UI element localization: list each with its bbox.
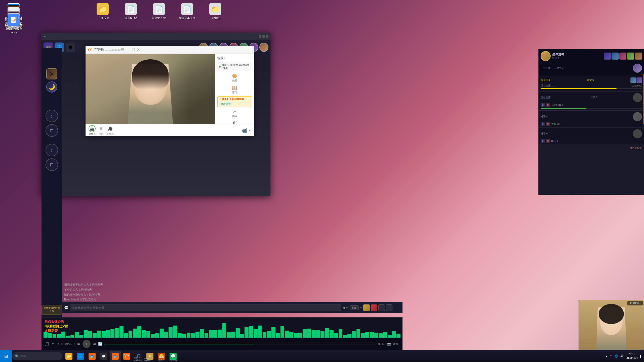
tool-effects[interactable]: ✂ 特效: [217, 108, 252, 119]
chat-more-icon: —: [393, 306, 396, 309]
yy-close-icon[interactable]: ✕: [137, 47, 140, 52]
yy-restore-icon[interactable]: □: [132, 48, 135, 52]
waveform: [42, 323, 403, 338]
taskbar-hurt[interactable]: 🎵 Hurt - NewJeans: [133, 351, 144, 362]
yy-minimize-icon[interactable]: —: [126, 48, 130, 52]
waveform-bar: [110, 329, 114, 338]
camera-source-item[interactable]: 摄像头-HD Pro Webcam C920: [217, 62, 252, 71]
score-section-3: 对手 4 蓝 红 大花 赛: [539, 111, 644, 128]
folder-icon-xinJian[interactable]: 📄 新建文本文件: [177, 2, 197, 21]
media-icon-3[interactable]: ⏱: [57, 343, 59, 345]
chat-emote-4[interactable]: [386, 304, 392, 311]
folder-icon-jialiNv[interactable]: 📄 家里女人.txt: [149, 2, 169, 21]
waveform-bar: [374, 333, 378, 338]
taskbar-yy[interactable]: YY: [121, 351, 132, 362]
taskbar-obs[interactable]: ⏺: [98, 351, 109, 362]
folder-icon-yanYuan[interactable]: 📄 演员NT.txt: [121, 2, 141, 21]
scene-add-btn[interactable]: +: [250, 56, 252, 60]
waveform-bar: [106, 330, 110, 338]
cpu-row: CPU 37%: [539, 145, 644, 151]
yy-version: 2.10.0.3032: [106, 48, 120, 51]
champ-badge-2[interactable]: 🌙: [46, 81, 57, 93]
taskbar-douyu1[interactable]: 🐟: [87, 351, 98, 362]
taskbar-search[interactable]: 🔍 搜索: [12, 352, 62, 360]
taskbar-lol[interactable]: ⚔ League of Legends: [144, 351, 155, 362]
tray-sound-icon[interactable]: 🔊: [620, 354, 624, 358]
chat-emote-3[interactable]: [378, 304, 385, 311]
folder-icon-gongzi[interactable]: 📁 工子的文件: [93, 2, 113, 21]
waveform-bar: [325, 328, 329, 338]
taskbar-wechat[interactable]: 💬 WeChat: [168, 351, 179, 362]
lol-panel: 星界游神 对手 1 正在使用...... 对手 2 超金宝哥: [538, 49, 644, 195]
media-prev-btn[interactable]: ⏮: [77, 342, 80, 346]
tray-show-desktop[interactable]: ▌: [640, 355, 642, 358]
chat-emote-2[interactable]: [371, 304, 377, 311]
waveform-bar: [137, 326, 141, 338]
action-btn-3[interactable]: ↕: [46, 144, 58, 156]
video-toggle-label: ▼: [248, 129, 251, 132]
media-play-btn[interactable]: ⏸: [83, 340, 91, 348]
waveform-bar: [352, 331, 356, 338]
taskbar-douyu2[interactable]: 🐟: [110, 351, 121, 362]
chat-prev-btn[interactable]: ◀: [342, 306, 345, 309]
media-capture-btn[interactable]: 📷: [387, 342, 391, 346]
tool-window-label: 窗口: [232, 91, 237, 94]
media-icon-4[interactable]: ✏: [61, 343, 63, 345]
taskbar-clock[interactable]: 20:10 2023/9/21: [626, 352, 638, 360]
waveform-bar: [383, 332, 387, 338]
lol-header: 星界游神 对手 1 正在使用...... 对手 2: [539, 49, 644, 76]
video-toggle-btn[interactable]: 📹 ▼: [242, 128, 251, 133]
bg-window-close[interactable]: [266, 35, 268, 38]
media-loop-btn[interactable]: 🔄: [98, 342, 102, 346]
tool-beauty-label: 美颜: [232, 79, 237, 82]
preview-hair: [599, 304, 624, 324]
start-stream-btn[interactable]: 开始推流 ×: [627, 301, 643, 305]
mirror-btn[interactable]: 点击查看: [219, 102, 232, 106]
tray-network-icon[interactable]: 🌐: [615, 354, 618, 358]
waveform-bar: [146, 331, 150, 338]
camera-btn[interactable]: 📷 摄像头: [89, 125, 96, 135]
chat-emote-1[interactable]: [363, 304, 370, 311]
folder-icon-jiasuo[interactable]: 📁 加锁强: [205, 2, 225, 21]
champ-badge-1[interactable]: ⚔: [46, 68, 57, 79]
media-progress-bar[interactable]: [104, 344, 376, 344]
chat-dropdown-icon[interactable]: ▼: [360, 306, 362, 309]
taskbar-nuwike[interactable]: 😤 怒未可: [156, 351, 167, 362]
screen-btn[interactable]: 🖥 插屏: [98, 125, 105, 135]
scene-label: 场景1: [217, 56, 225, 60]
left-action-panel: ⚔ 🌙 ↕ ⊏ ↕ ⊓ 即将被辅助陪你上分: [42, 48, 62, 317]
player-main-champ: [541, 51, 551, 61]
media-next-btn[interactable]: ⏭: [93, 342, 96, 346]
waveform-bar: [316, 330, 320, 338]
taskbar-browser[interactable]: 🌐: [75, 351, 86, 362]
icon-moni[interactable]: 📝 模拟考试: [4, 13, 24, 32]
app-icon-3[interactable]: ⏺: [66, 42, 75, 52]
waveform-bar: [263, 332, 267, 338]
top-file-icons: 📁 工子的文件 📄 演员NT.txt 📄 家里女人.txt 📄 新建文本文件 📁…: [93, 2, 225, 21]
tool-sticker[interactable]: 🖼 贴图: [217, 120, 252, 124]
waveform-bar: [271, 327, 275, 338]
tool-beauty[interactable]: 🎨 美颜: [217, 73, 252, 83]
score-section-1: 超金宝哥 金宝宝 正在使用...... 10/1069人: [539, 76, 644, 92]
tool-window[interactable]: 🪟 窗口: [217, 84, 252, 95]
waveform-bar: [334, 333, 338, 338]
username-selector[interactable]: ovo: [350, 305, 359, 310]
chat-text-input[interactable]: [70, 304, 341, 311]
media-settings[interactable]: 写真-: [393, 342, 399, 346]
action-btn-4[interactable]: ⊓: [46, 158, 58, 171]
taskbar-explorer[interactable]: 📁: [63, 351, 74, 362]
taskbar-nuwike-label: 怒未可: [158, 358, 165, 361]
bg-window-minimize[interactable]: [259, 35, 261, 38]
sticker-icon: 🖼: [233, 121, 237, 124]
yy-settings-icon[interactable]: ☰: [120, 47, 124, 52]
arrow-btn-2[interactable]: ⊏: [46, 124, 58, 137]
bg-window-maximize[interactable]: [262, 35, 265, 38]
tray-cn-icon[interactable]: 中: [610, 354, 613, 358]
tray-up-arrow[interactable]: ▲: [605, 355, 608, 358]
extra-champ-2: [612, 53, 619, 60]
start-button[interactable]: ⊞: [0, 350, 12, 362]
chat-edit-icon[interactable]: ✏: [346, 306, 349, 309]
multicam-btn[interactable]: 🎥 多镜头: [107, 125, 114, 135]
arrow-btn-1[interactable]: ↕: [46, 110, 58, 122]
media-player-visual: 群点头像公告 8级粉丝牌进V群 火箭房管: [42, 318, 403, 338]
